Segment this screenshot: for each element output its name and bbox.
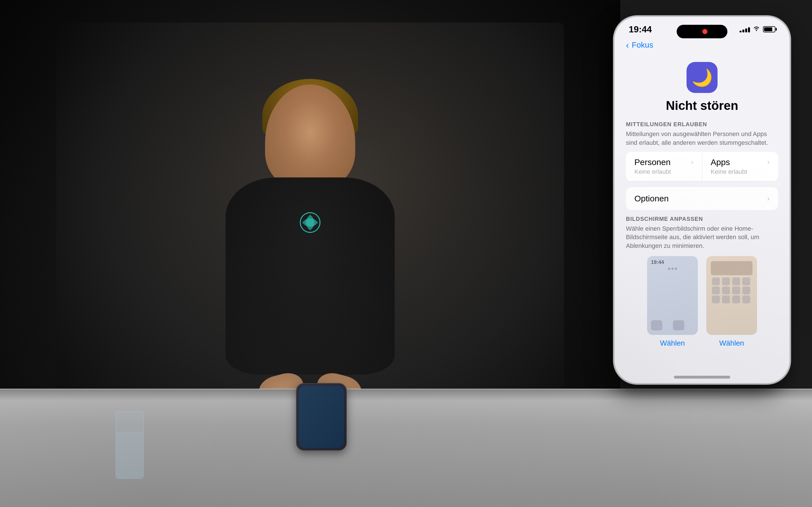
personen-cell[interactable]: Personen › Keine erlaubt (626, 152, 702, 181)
preview-time: 19:44 (651, 260, 664, 265)
optionen-row[interactable]: Optionen › (626, 187, 778, 210)
home-icon-12 (742, 295, 750, 303)
signal-bar-4 (748, 27, 750, 33)
home-icon-2 (722, 277, 730, 285)
iphone-screen: 19:44 (615, 17, 790, 383)
preview-dots (650, 268, 695, 270)
iphone-mockup: 19:44 (615, 17, 790, 383)
preview-time-row: 19:44 (650, 260, 695, 265)
home-screen-thumb (706, 256, 757, 335)
bildschirme-description: Wähle einen Sperrbildschirm oder eine Ho… (626, 224, 778, 250)
person-area (56, 22, 564, 417)
status-icons (740, 25, 775, 33)
focus-mode-title: Nicht stören (626, 99, 778, 113)
glass-body (116, 411, 144, 479)
persons-apps-row: Personen › Keine erlaubt Apps › Keine er… (626, 152, 778, 181)
signal-bar-3 (745, 29, 747, 33)
home-icon-8 (742, 286, 750, 294)
mitteilungen-header: MITTEILUNGEN ERLAUBEN (626, 121, 778, 128)
home-icon-6 (722, 286, 730, 294)
lock-icon-2 (673, 320, 684, 330)
preview-dot-3 (675, 268, 677, 270)
apps-header: Apps › (711, 158, 770, 167)
table-phone-screen (299, 386, 344, 448)
lock-icon-grid (651, 320, 694, 330)
table-shadow (0, 389, 812, 400)
signal-bar-2 (742, 30, 744, 33)
lock-icons (650, 272, 695, 332)
dynamic-island (677, 25, 727, 38)
focus-mode-icon: 🌙 (687, 62, 718, 93)
person-shirt (225, 177, 395, 375)
preview-dot-1 (668, 268, 670, 270)
battery-fill (764, 27, 772, 31)
lock-screen-thumb: 19:44 (647, 256, 698, 335)
signal-bar-1 (740, 31, 742, 33)
home-icon-10 (722, 295, 730, 303)
focus-icon-area: 🌙 (626, 62, 778, 93)
back-label: Fokus (632, 41, 653, 50)
screen-content: 🌙 Nicht stören MITTEILUNGEN ERLAUBEN Mit… (615, 54, 790, 353)
wahlen-button-2[interactable]: Wählen (719, 339, 744, 348)
status-time: 19:44 (629, 24, 652, 35)
wahlen-button-1[interactable]: Wählen (660, 339, 685, 348)
home-icon-7 (732, 286, 740, 294)
home-icon-3 (732, 277, 740, 285)
home-icon-11 (732, 295, 740, 303)
screen-previews: 19:44 (626, 256, 778, 348)
home-screen-preview: Wählen (706, 256, 757, 348)
mitteilungen-description: Mitteilungen von ausgewählten Personen u… (626, 130, 778, 147)
moon-icon: 🌙 (692, 68, 713, 88)
home-icon-9 (712, 295, 720, 303)
lock-icon-1 (651, 320, 662, 330)
recording-dot (702, 29, 707, 34)
apps-cell[interactable]: Apps › Keine erlaubt (702, 152, 778, 181)
optionen-label: Optionen (635, 194, 767, 203)
person-body (183, 84, 437, 394)
bildschirme-header: BILDSCHIRME ANPASSEN (626, 216, 778, 222)
scene: 19:44 (0, 0, 812, 507)
apps-chevron-icon: › (767, 158, 770, 166)
nav-bar: ‹ Fokus (615, 37, 790, 54)
home-widget (711, 261, 753, 275)
optionen-chevron-icon: › (767, 194, 770, 203)
apps-sub: Keine erlaubt (711, 168, 770, 175)
personen-sub: Keine erlaubt (635, 168, 694, 175)
personen-header: Personen › (635, 158, 694, 167)
personen-apps-card: Personen › Keine erlaubt Apps › Keine er… (626, 152, 778, 181)
table-phone (296, 383, 347, 451)
bildschirme-section: BILDSCHIRME ANPASSEN Wähle einen Sperrbi… (626, 216, 778, 348)
glass-water (116, 432, 143, 478)
signal-bars-icon (740, 26, 750, 33)
apps-label: Apps (711, 158, 730, 167)
personen-chevron-icon: › (691, 158, 694, 166)
shirt-logo (299, 211, 321, 234)
home-icon-1 (712, 277, 720, 285)
wifi-icon (753, 25, 760, 33)
lock-screen-preview: 19:44 (647, 256, 698, 348)
optionen-card: Optionen › (626, 187, 778, 210)
personen-label: Personen (635, 158, 670, 167)
home-indicator (674, 376, 730, 379)
svg-point-1 (756, 30, 757, 31)
preview-dot-2 (671, 268, 673, 270)
back-button[interactable]: ‹ Fokus (626, 40, 653, 50)
home-icon-4 (742, 277, 750, 285)
home-icon-5 (712, 286, 720, 294)
back-chevron-icon: ‹ (626, 40, 629, 50)
home-icon-grid (711, 277, 753, 304)
battery-icon (763, 26, 775, 33)
home-icons (709, 260, 754, 332)
glass-of-water (113, 400, 147, 479)
